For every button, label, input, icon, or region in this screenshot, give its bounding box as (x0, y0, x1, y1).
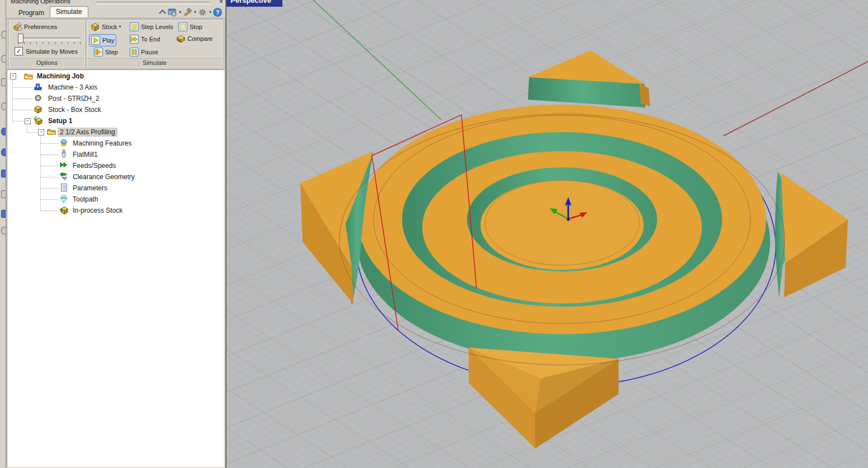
strip-icon (1, 227, 6, 235)
tree-expander[interactable]: − (10, 73, 16, 79)
tree-connector (27, 126, 27, 132)
preferences-button[interactable]: Preferences (13, 22, 57, 32)
simulate-by-moves-checkbox[interactable]: ✓ (15, 47, 23, 55)
viewport-settings-icon[interactable] (168, 8, 177, 17)
simulate-by-moves-label: Simulate by Moves (26, 48, 78, 55)
viewport-title-label: Perspective (230, 0, 271, 4)
corner-triangle-north (528, 50, 650, 107)
step-icon (93, 47, 103, 57)
machining-operations-panel: Machining Operations × Program Simulate … (6, 0, 227, 468)
tools-hammer-icon[interactable] (183, 8, 192, 17)
tree-expander[interactable]: − (38, 129, 44, 135)
tree-connector (40, 166, 59, 166)
tree-item-stock[interactable]: Stock - Box Stock (46, 105, 103, 115)
tree-connector (40, 199, 59, 200)
tree-connector (12, 121, 25, 121)
compare-button[interactable]: Compare (176, 34, 213, 44)
dropdown-caret-icon[interactable]: ▾ (209, 10, 211, 15)
folder-icon (24, 72, 33, 81)
stop-icon (178, 22, 188, 32)
to-end-icon (129, 34, 139, 44)
tree-item-toolpath[interactable]: Toolpath (71, 194, 100, 204)
strip-icon (1, 210, 6, 218)
strip-icon (1, 31, 6, 39)
tree-item-parameters[interactable]: Parameters (71, 183, 109, 193)
tree-connector (40, 143, 59, 144)
simulate-group-label: Simulate (87, 58, 222, 67)
clearance-geometry-icon (59, 172, 68, 181)
tree-connector (12, 110, 32, 110)
help-icon[interactable]: ? (213, 8, 222, 17)
tree-connector (40, 155, 59, 155)
dropdown-caret-icon[interactable]: ▾ (179, 10, 181, 15)
stock-cube-icon (90, 22, 100, 32)
tree-connector (40, 177, 59, 177)
machining-features-icon (59, 138, 68, 147)
stop-button[interactable]: Stop (178, 22, 202, 32)
tree-expander[interactable]: − (25, 118, 31, 124)
toolpath-icon (59, 194, 68, 203)
tab-row: Program Simulate ▾ ▾ ▾ ? (6, 6, 225, 18)
stock-dropdown-caret-icon[interactable]: ▾ (119, 25, 121, 29)
tree-item-profiling[interactable]: 2 1/2 Axis Profiling (58, 127, 117, 137)
compare-icon (176, 34, 186, 44)
tree-item-clearance-geometry[interactable]: Clearance Geometry (71, 172, 136, 182)
tree-item-in-process-stock[interactable]: In-process Stock (71, 205, 124, 216)
slider-ticks (18, 42, 81, 44)
tree-item-setup1[interactable]: Setup 1 (46, 116, 74, 126)
titlebar-grip (97, 2, 211, 4)
close-icon[interactable]: × (219, 0, 223, 6)
tree-connector (40, 188, 59, 189)
step-button[interactable]: Step (93, 47, 118, 57)
tree-connector (12, 80, 13, 121)
strip-icon (1, 148, 6, 156)
flat-mill-tool-icon (59, 149, 68, 158)
to-end-button[interactable]: To End (129, 34, 160, 44)
tab-simulate[interactable]: Simulate (50, 6, 88, 17)
collapse-chevron-icon[interactable] (159, 10, 166, 17)
stock-box-icon (34, 105, 43, 114)
tree-item-post[interactable]: Post - STRIZH_2 (46, 93, 101, 104)
machine-icon (34, 82, 43, 91)
strip-icon (1, 128, 6, 135)
strip-icon (1, 78, 6, 86)
stock-button[interactable]: Stock ▾ (90, 22, 121, 32)
tree-item-flatmill[interactable]: FlatMill1 (71, 149, 100, 160)
pause-button[interactable]: Pause (129, 47, 158, 57)
options-group: Preferences ✓ Simulate by Moves Options (8, 20, 86, 68)
preferences-gears-icon (13, 22, 23, 32)
tree-connector (27, 132, 37, 133)
perspective-viewport[interactable]: Perspective (227, 0, 868, 468)
step-levels-icon (129, 22, 139, 32)
simulation-speed-slider[interactable] (18, 38, 81, 40)
panel-titlebar[interactable]: Machining Operations × (6, 0, 225, 6)
strip-icon (1, 55, 6, 63)
simulate-toolbar: Preferences ✓ Simulate by Moves Options (7, 18, 225, 70)
viewport-title[interactable]: Perspective (227, 0, 282, 7)
options-group-label: Options (10, 58, 84, 67)
post-processor-icon (34, 93, 43, 102)
strip-icon (1, 170, 6, 177)
app-window: { "window": { "title": "Machining Operat… (0, 0, 868, 468)
tree-item-machine[interactable]: Machine - 3 Axis (46, 82, 99, 92)
tree-connector (12, 87, 32, 88)
step-levels-button[interactable]: Step Levels (129, 22, 173, 32)
operation-folder-icon (47, 127, 56, 136)
tree-item-feeds-speeds[interactable]: Feeds/Speeds (71, 161, 117, 171)
tab-program[interactable]: Program (13, 8, 50, 18)
dropdown-caret-icon[interactable]: ▾ (194, 10, 196, 15)
in-process-stock-icon (59, 205, 68, 214)
tree-connector (12, 99, 32, 99)
play-button[interactable]: Play (89, 34, 116, 46)
preferences-label: Preferences (24, 24, 57, 30)
strip-icon (1, 190, 6, 198)
x-axis-line (723, 62, 868, 136)
simulate-group: Stock ▾ Step Levels Stop (86, 20, 223, 68)
tree-item-machining-job[interactable]: Machining Job (35, 71, 86, 81)
tree-item-machining-features[interactable]: Machining Features (71, 138, 133, 148)
left-toolbar-strip (0, 0, 6, 468)
parameters-icon (59, 183, 68, 192)
settings-gear-icon[interactable] (198, 8, 207, 17)
machining-job-tree: − Machining Job Machine - 3 Axis Post - … (7, 69, 224, 467)
strip-icon (1, 102, 6, 110)
